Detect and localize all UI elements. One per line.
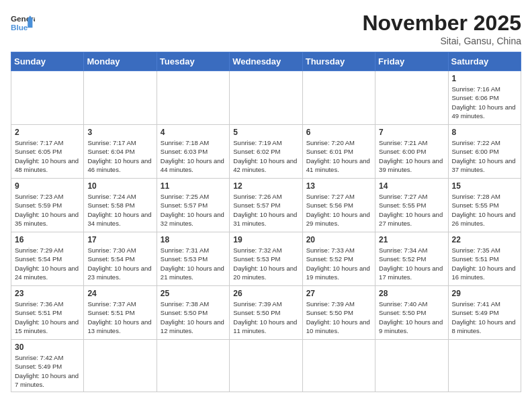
day-number: 30 — [15, 342, 80, 352]
calendar-cell — [230, 71, 302, 125]
day-number: 21 — [379, 235, 444, 244]
calendar-cell: 16Sunrise: 7:29 AM Sunset: 5:54 PM Dayli… — [11, 232, 84, 286]
calendar-cell: 25Sunrise: 7:38 AM Sunset: 5:50 PM Dayli… — [157, 286, 229, 340]
day-number: 26 — [233, 289, 298, 298]
day-number: 9 — [15, 181, 80, 191]
day-info: Sunrise: 7:27 AM Sunset: 5:55 PM Dayligh… — [379, 192, 444, 228]
day-info: Sunrise: 7:39 AM Sunset: 5:50 PM Dayligh… — [233, 300, 298, 335]
day-info: Sunrise: 7:25 AM Sunset: 5:57 PM Dayligh… — [161, 192, 226, 228]
day-number: 13 — [306, 181, 371, 191]
day-info: Sunrise: 7:24 AM Sunset: 5:58 PM Dayligh… — [87, 192, 152, 228]
day-number: 11 — [161, 181, 226, 191]
svg-text:Blue: Blue — [11, 23, 28, 32]
calendar-cell: 29Sunrise: 7:41 AM Sunset: 5:49 PM Dayli… — [448, 286, 521, 340]
calendar-cell: 12Sunrise: 7:26 AM Sunset: 5:57 PM Dayli… — [230, 179, 302, 232]
day-info: Sunrise: 7:41 AM Sunset: 5:49 PM Dayligh… — [452, 300, 517, 335]
column-header-thursday: Thursday — [302, 52, 375, 71]
calendar-cell: 18Sunrise: 7:31 AM Sunset: 5:53 PM Dayli… — [157, 232, 229, 286]
calendar-cell — [84, 340, 157, 392]
calendar-week-row: 9Sunrise: 7:23 AM Sunset: 5:59 PM Daylig… — [11, 179, 521, 232]
day-info: Sunrise: 7:31 AM Sunset: 5:53 PM Dayligh… — [161, 246, 226, 281]
calendar-week-row: 1Sunrise: 7:16 AM Sunset: 6:06 PM Daylig… — [11, 71, 521, 125]
column-header-wednesday: Wednesday — [230, 52, 302, 71]
day-info: Sunrise: 7:32 AM Sunset: 5:53 PM Dayligh… — [233, 246, 298, 281]
calendar-cell — [302, 71, 375, 125]
calendar-cell: 26Sunrise: 7:39 AM Sunset: 5:50 PM Dayli… — [230, 286, 302, 340]
day-info: Sunrise: 7:42 AM Sunset: 5:49 PM Dayligh… — [15, 353, 80, 389]
calendar-week-row: 23Sunrise: 7:36 AM Sunset: 5:51 PM Dayli… — [11, 286, 521, 340]
calendar-cell: 19Sunrise: 7:32 AM Sunset: 5:53 PM Dayli… — [230, 232, 302, 286]
logo: General Blue — [11, 11, 35, 35]
calendar-cell: 21Sunrise: 7:34 AM Sunset: 5:52 PM Dayli… — [375, 232, 448, 286]
day-number: 29 — [452, 289, 517, 298]
calendar-cell — [375, 340, 448, 392]
day-number: 3 — [87, 128, 152, 137]
calendar-cell: 6Sunrise: 7:20 AM Sunset: 6:01 PM Daylig… — [302, 125, 375, 179]
logo-icon: General Blue — [11, 11, 35, 35]
day-info: Sunrise: 7:17 AM Sunset: 6:04 PM Dayligh… — [87, 138, 152, 174]
month-title: November 2025 — [362, 11, 521, 36]
day-info: Sunrise: 7:34 AM Sunset: 5:52 PM Dayligh… — [379, 246, 444, 281]
day-info: Sunrise: 7:26 AM Sunset: 5:57 PM Dayligh… — [233, 192, 298, 228]
day-number: 19 — [233, 235, 298, 244]
day-info: Sunrise: 7:39 AM Sunset: 5:50 PM Dayligh… — [306, 300, 371, 335]
day-number: 8 — [452, 128, 517, 137]
day-info: Sunrise: 7:33 AM Sunset: 5:52 PM Dayligh… — [306, 246, 371, 281]
column-header-tuesday: Tuesday — [157, 52, 229, 71]
calendar-cell: 20Sunrise: 7:33 AM Sunset: 5:52 PM Dayli… — [302, 232, 375, 286]
day-info: Sunrise: 7:18 AM Sunset: 6:03 PM Dayligh… — [161, 138, 226, 174]
calendar-cell: 3Sunrise: 7:17 AM Sunset: 6:04 PM Daylig… — [84, 125, 157, 179]
day-info: Sunrise: 7:16 AM Sunset: 6:06 PM Dayligh… — [452, 85, 517, 120]
day-number: 27 — [306, 289, 371, 298]
day-number: 22 — [452, 235, 517, 244]
day-number: 5 — [233, 128, 298, 137]
calendar-cell: 15Sunrise: 7:28 AM Sunset: 5:55 PM Dayli… — [448, 179, 521, 232]
calendar-cell — [375, 71, 448, 125]
calendar-header-row: SundayMondayTuesdayWednesdayThursdayFrid… — [11, 52, 521, 71]
calendar-cell: 13Sunrise: 7:27 AM Sunset: 5:56 PM Dayli… — [302, 179, 375, 232]
day-number: 17 — [87, 235, 152, 244]
day-info: Sunrise: 7:37 AM Sunset: 5:51 PM Dayligh… — [87, 300, 152, 335]
day-info: Sunrise: 7:30 AM Sunset: 5:54 PM Dayligh… — [87, 246, 152, 281]
day-info: Sunrise: 7:23 AM Sunset: 5:59 PM Dayligh… — [15, 192, 80, 228]
column-header-friday: Friday — [375, 52, 448, 71]
day-number: 2 — [15, 128, 80, 137]
day-info: Sunrise: 7:22 AM Sunset: 6:00 PM Dayligh… — [452, 138, 517, 174]
day-info: Sunrise: 7:28 AM Sunset: 5:55 PM Dayligh… — [452, 192, 517, 228]
day-number: 12 — [233, 181, 298, 191]
calendar-cell — [157, 71, 229, 125]
day-number: 1 — [452, 74, 517, 83]
calendar-cell: 10Sunrise: 7:24 AM Sunset: 5:58 PM Dayli… — [84, 179, 157, 232]
day-info: Sunrise: 7:17 AM Sunset: 6:05 PM Dayligh… — [15, 138, 80, 174]
day-number: 23 — [15, 289, 80, 298]
day-number: 16 — [15, 235, 80, 244]
day-number: 7 — [379, 128, 444, 137]
calendar-cell: 27Sunrise: 7:39 AM Sunset: 5:50 PM Dayli… — [302, 286, 375, 340]
calendar-cell: 4Sunrise: 7:18 AM Sunset: 6:03 PM Daylig… — [157, 125, 229, 179]
calendar-cell: 17Sunrise: 7:30 AM Sunset: 5:54 PM Dayli… — [84, 232, 157, 286]
day-info: Sunrise: 7:35 AM Sunset: 5:51 PM Dayligh… — [452, 246, 517, 281]
day-number: 18 — [161, 235, 226, 244]
calendar-week-row: 16Sunrise: 7:29 AM Sunset: 5:54 PM Dayli… — [11, 232, 521, 286]
day-number: 4 — [161, 128, 226, 137]
calendar-cell — [157, 340, 229, 392]
column-header-saturday: Saturday — [448, 52, 521, 71]
calendar-cell: 22Sunrise: 7:35 AM Sunset: 5:51 PM Dayli… — [448, 232, 521, 286]
page-header: General Blue November 2025 Sitai, Gansu,… — [11, 11, 521, 46]
day-info: Sunrise: 7:19 AM Sunset: 6:02 PM Dayligh… — [233, 138, 298, 174]
calendar-cell: 7Sunrise: 7:21 AM Sunset: 6:00 PM Daylig… — [375, 125, 448, 179]
day-number: 14 — [379, 181, 444, 191]
calendar-cell: 9Sunrise: 7:23 AM Sunset: 5:59 PM Daylig… — [11, 179, 84, 232]
calendar-cell: 23Sunrise: 7:36 AM Sunset: 5:51 PM Dayli… — [11, 286, 84, 340]
calendar-cell: 28Sunrise: 7:40 AM Sunset: 5:50 PM Dayli… — [375, 286, 448, 340]
calendar-cell: 8Sunrise: 7:22 AM Sunset: 6:00 PM Daylig… — [448, 125, 521, 179]
calendar-week-row: 30Sunrise: 7:42 AM Sunset: 5:49 PM Dayli… — [11, 340, 521, 392]
day-info: Sunrise: 7:29 AM Sunset: 5:54 PM Dayligh… — [15, 246, 80, 281]
day-info: Sunrise: 7:36 AM Sunset: 5:51 PM Dayligh… — [15, 300, 80, 335]
day-number: 25 — [161, 289, 226, 298]
day-info: Sunrise: 7:20 AM Sunset: 6:01 PM Dayligh… — [306, 138, 371, 174]
calendar-table: SundayMondayTuesdayWednesdayThursdayFrid… — [11, 52, 521, 392]
calendar-cell: 5Sunrise: 7:19 AM Sunset: 6:02 PM Daylig… — [230, 125, 302, 179]
calendar-cell — [11, 71, 84, 125]
day-info: Sunrise: 7:21 AM Sunset: 6:00 PM Dayligh… — [379, 138, 444, 174]
